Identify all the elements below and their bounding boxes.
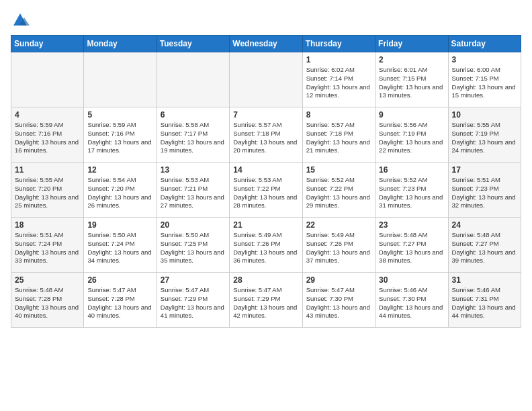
calendar-table: SundayMondayTuesdayWednesdayThursdayFrid… [11, 35, 521, 328]
calendar-cell: 15Sunrise: 5:52 AM Sunset: 7:22 PM Dayli… [302, 163, 375, 218]
day-info: Sunrise: 5:54 AM Sunset: 7:20 PM Dayligh… [87, 176, 152, 210]
day-info: Sunrise: 5:46 AM Sunset: 7:30 PM Dayligh… [379, 286, 444, 320]
day-info: Sunrise: 5:50 AM Sunset: 7:25 PM Dayligh… [161, 231, 226, 265]
calendar-cell: 16Sunrise: 5:52 AM Sunset: 7:23 PM Dayli… [375, 163, 448, 218]
day-number: 7 [233, 110, 298, 120]
calendar-cell: 11Sunrise: 5:55 AM Sunset: 7:20 PM Dayli… [11, 163, 84, 218]
day-number: 23 [379, 220, 444, 230]
calendar-cell: 4Sunrise: 5:59 AM Sunset: 7:16 PM Daylig… [11, 107, 84, 163]
weekday-header-monday: Monday [84, 36, 157, 52]
day-number: 12 [87, 165, 152, 175]
calendar-cell: 24Sunrise: 5:48 AM Sunset: 7:27 PM Dayli… [448, 218, 521, 273]
week-row-3: 11Sunrise: 5:55 AM Sunset: 7:20 PM Dayli… [11, 163, 521, 218]
day-number: 22 [306, 220, 371, 230]
calendar-cell: 5Sunrise: 5:59 AM Sunset: 7:16 PM Daylig… [84, 107, 157, 163]
day-number: 30 [379, 275, 444, 285]
day-number: 15 [306, 165, 371, 175]
calendar-cell: 25Sunrise: 5:48 AM Sunset: 7:28 PM Dayli… [11, 273, 84, 328]
logo [11, 11, 32, 30]
calendar-cell [230, 52, 302, 107]
weekday-header-friday: Friday [375, 36, 448, 52]
day-number: 29 [306, 275, 371, 285]
day-info: Sunrise: 5:46 AM Sunset: 7:31 PM Dayligh… [452, 286, 517, 320]
day-info: Sunrise: 5:51 AM Sunset: 7:24 PM Dayligh… [15, 231, 80, 265]
calendar-cell: 19Sunrise: 5:50 AM Sunset: 7:24 PM Dayli… [84, 218, 157, 273]
calendar-cell [11, 52, 84, 107]
day-info: Sunrise: 6:00 AM Sunset: 7:15 PM Dayligh… [452, 66, 517, 100]
day-info: Sunrise: 5:53 AM Sunset: 7:21 PM Dayligh… [161, 176, 226, 210]
calendar-cell [84, 52, 157, 107]
day-info: Sunrise: 5:52 AM Sunset: 7:22 PM Dayligh… [306, 176, 371, 210]
day-number: 3 [452, 55, 517, 64]
week-row-5: 25Sunrise: 5:48 AM Sunset: 7:28 PM Dayli… [11, 273, 521, 328]
day-number: 16 [379, 165, 444, 175]
weekday-header-wednesday: Wednesday [230, 36, 302, 52]
week-row-1: 1Sunrise: 6:02 AM Sunset: 7:14 PM Daylig… [11, 52, 521, 107]
calendar-cell [157, 52, 229, 107]
day-info: Sunrise: 5:57 AM Sunset: 7:18 PM Dayligh… [306, 121, 371, 155]
day-number: 14 [233, 165, 298, 175]
calendar-cell: 21Sunrise: 5:49 AM Sunset: 7:26 PM Dayli… [230, 218, 302, 273]
day-number: 11 [15, 165, 80, 175]
calendar-cell: 6Sunrise: 5:58 AM Sunset: 7:17 PM Daylig… [157, 107, 229, 163]
day-info: Sunrise: 5:49 AM Sunset: 7:26 PM Dayligh… [233, 231, 298, 265]
day-info: Sunrise: 5:55 AM Sunset: 7:20 PM Dayligh… [15, 176, 80, 210]
day-number: 10 [452, 110, 517, 120]
day-info: Sunrise: 5:56 AM Sunset: 7:19 PM Dayligh… [379, 121, 444, 155]
calendar-cell: 23Sunrise: 5:48 AM Sunset: 7:27 PM Dayli… [375, 218, 448, 273]
day-number: 28 [233, 275, 298, 285]
day-number: 20 [161, 220, 226, 230]
calendar-cell: 1Sunrise: 6:02 AM Sunset: 7:14 PM Daylig… [302, 52, 375, 107]
day-info: Sunrise: 5:48 AM Sunset: 7:28 PM Dayligh… [15, 286, 80, 320]
calendar-cell: 13Sunrise: 5:53 AM Sunset: 7:21 PM Dayli… [157, 163, 229, 218]
day-number: 17 [452, 165, 517, 175]
day-info: Sunrise: 5:49 AM Sunset: 7:26 PM Dayligh… [306, 231, 371, 265]
calendar-cell: 18Sunrise: 5:51 AM Sunset: 7:24 PM Dayli… [11, 218, 84, 273]
calendar-cell: 8Sunrise: 5:57 AM Sunset: 7:18 PM Daylig… [302, 107, 375, 163]
day-info: Sunrise: 5:53 AM Sunset: 7:22 PM Dayligh… [233, 176, 298, 210]
page: SundayMondayTuesdayWednesdayThursdayFrid… [0, 0, 532, 411]
day-number: 21 [233, 220, 298, 230]
day-info: Sunrise: 5:48 AM Sunset: 7:27 PM Dayligh… [452, 231, 517, 265]
calendar-cell: 7Sunrise: 5:57 AM Sunset: 7:18 PM Daylig… [230, 107, 302, 163]
day-number: 19 [87, 220, 152, 230]
day-info: Sunrise: 5:55 AM Sunset: 7:19 PM Dayligh… [452, 121, 517, 155]
calendar-cell: 26Sunrise: 5:47 AM Sunset: 7:28 PM Dayli… [84, 273, 157, 328]
calendar-cell: 9Sunrise: 5:56 AM Sunset: 7:19 PM Daylig… [375, 107, 448, 163]
calendar-cell: 10Sunrise: 5:55 AM Sunset: 7:19 PM Dayli… [448, 107, 521, 163]
calendar-cell: 27Sunrise: 5:47 AM Sunset: 7:29 PM Dayli… [157, 273, 229, 328]
day-number: 18 [15, 220, 80, 230]
logo-icon [11, 11, 30, 30]
day-number: 24 [452, 220, 517, 230]
calendar-cell: 30Sunrise: 5:46 AM Sunset: 7:30 PM Dayli… [375, 273, 448, 328]
day-number: 8 [306, 110, 371, 120]
day-info: Sunrise: 5:50 AM Sunset: 7:24 PM Dayligh… [87, 231, 152, 265]
day-info: Sunrise: 6:02 AM Sunset: 7:14 PM Dayligh… [306, 66, 371, 100]
day-info: Sunrise: 5:47 AM Sunset: 7:30 PM Dayligh… [306, 286, 371, 320]
day-info: Sunrise: 6:01 AM Sunset: 7:15 PM Dayligh… [379, 66, 444, 100]
day-info: Sunrise: 5:57 AM Sunset: 7:18 PM Dayligh… [233, 121, 298, 155]
calendar-cell: 17Sunrise: 5:51 AM Sunset: 7:23 PM Dayli… [448, 163, 521, 218]
day-number: 26 [87, 275, 152, 285]
calendar-cell: 3Sunrise: 6:00 AM Sunset: 7:15 PM Daylig… [448, 52, 521, 107]
day-number: 31 [452, 275, 517, 285]
day-number: 4 [15, 110, 80, 120]
day-info: Sunrise: 5:59 AM Sunset: 7:16 PM Dayligh… [87, 121, 152, 155]
calendar-cell: 2Sunrise: 6:01 AM Sunset: 7:15 PM Daylig… [375, 52, 448, 107]
day-info: Sunrise: 5:47 AM Sunset: 7:28 PM Dayligh… [87, 286, 152, 320]
calendar-cell: 20Sunrise: 5:50 AM Sunset: 7:25 PM Dayli… [157, 218, 229, 273]
day-number: 25 [15, 275, 80, 285]
week-row-2: 4Sunrise: 5:59 AM Sunset: 7:16 PM Daylig… [11, 107, 521, 163]
day-number: 2 [379, 55, 444, 64]
day-number: 5 [87, 110, 152, 120]
day-info: Sunrise: 5:48 AM Sunset: 7:27 PM Dayligh… [379, 231, 444, 265]
day-info: Sunrise: 5:51 AM Sunset: 7:23 PM Dayligh… [452, 176, 517, 210]
day-info: Sunrise: 5:47 AM Sunset: 7:29 PM Dayligh… [233, 286, 298, 320]
day-info: Sunrise: 5:47 AM Sunset: 7:29 PM Dayligh… [161, 286, 226, 320]
day-number: 13 [161, 165, 226, 175]
calendar-cell: 14Sunrise: 5:53 AM Sunset: 7:22 PM Dayli… [230, 163, 302, 218]
day-number: 9 [379, 110, 444, 120]
day-info: Sunrise: 5:52 AM Sunset: 7:23 PM Dayligh… [379, 176, 444, 210]
day-info: Sunrise: 5:58 AM Sunset: 7:17 PM Dayligh… [161, 121, 226, 155]
header [11, 11, 521, 30]
